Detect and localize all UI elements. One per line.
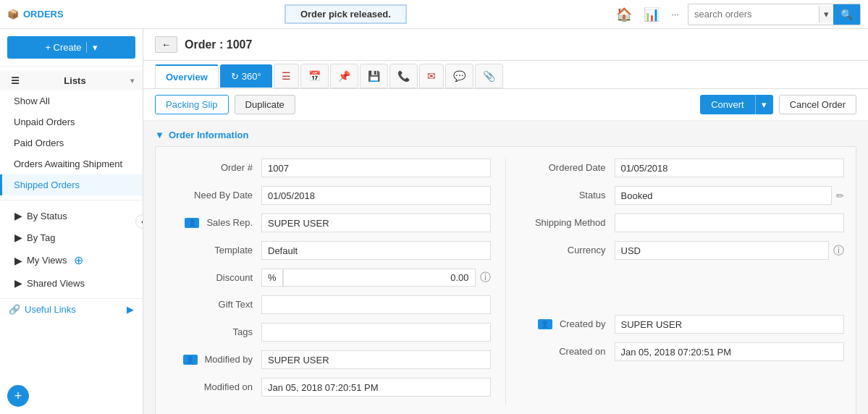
created-by-icon: 👤	[538, 319, 552, 329]
template-row: Template Default	[167, 241, 491, 260]
need-by-date-value: 01/05/2018	[261, 186, 491, 205]
modified-on-row: Modified on Jan 05, 2018 07:20:51 PM	[167, 378, 491, 397]
sidebar-item-unpaid-orders[interactable]: Unpaid Orders	[0, 111, 143, 132]
tab-grid-icon[interactable]: ☰	[274, 64, 299, 88]
status-edit-icon[interactable]: ✏	[836, 190, 844, 201]
tab-chat-icon[interactable]: 💬	[445, 64, 473, 88]
topbar-center: Order pick released.	[78, 4, 614, 24]
created-by-value: SUPER USER	[615, 315, 845, 334]
tags-input[interactable]	[261, 323, 491, 342]
discount-pct: %	[261, 269, 283, 287]
sidebar-bottom-button[interactable]: +	[7, 385, 29, 407]
created-by-label: 👤 Created by	[521, 315, 615, 329]
section-title: Order Information	[169, 130, 249, 140]
sidebar-bottom: +	[0, 378, 143, 414]
cancel-order-button[interactable]: Cancel Order	[779, 95, 856, 114]
discount-label: Discount	[167, 269, 261, 283]
packing-slip-button[interactable]: Packing Slip	[155, 95, 229, 114]
order-number-input[interactable]: 1007	[261, 159, 491, 177]
sidebar: + Create ▾ ☰ Lists ▾ Show All Unpaid Ord…	[0, 29, 143, 414]
search-button[interactable]: 🔍	[833, 4, 860, 25]
tab-mail-icon[interactable]: ✉	[419, 64, 444, 88]
tab-360[interactable]: ↻ 360°	[220, 64, 272, 88]
by-status-label: By Status	[27, 211, 67, 221]
search-container: ▾ 🔍	[688, 4, 861, 25]
discount-info-icon: ⓘ	[480, 271, 491, 284]
currency-input[interactable]: USD	[615, 241, 830, 260]
sidebar-lists-section: ☰ Lists ▾ Show All Unpaid Orders Paid Or…	[0, 66, 143, 200]
search-dropdown-button[interactable]: ▾	[819, 6, 833, 22]
chart-button[interactable]: 📊	[641, 4, 662, 25]
sidebar-lists-header[interactable]: ☰ Lists ▾	[0, 71, 143, 90]
create-button[interactable]: + Create ▾	[7, 36, 135, 59]
lists-icon: ☰	[11, 75, 20, 86]
created-by-input: SUPER USER	[615, 315, 845, 334]
useful-links-label: Useful Links	[25, 304, 76, 315]
sidebar-useful-links[interactable]: 🔗 Useful Links ▶	[0, 299, 143, 320]
convert-button[interactable]: Convert	[700, 95, 755, 114]
more-button[interactable]: ···	[668, 6, 682, 22]
status-row: Status Booked ✏	[521, 186, 845, 205]
currency-value: USD ⓘ	[615, 241, 845, 260]
discount-value: % 0.00 ⓘ	[261, 269, 491, 287]
sidebar-item-show-all[interactable]: Show All	[0, 90, 143, 111]
sidebar-item-shipped-orders[interactable]: Shipped Orders	[0, 174, 143, 195]
home-button[interactable]: 🏠	[613, 4, 635, 25]
sidebar-by-status-header[interactable]: ▶ By Status	[0, 205, 143, 227]
status-input[interactable]: Booked	[615, 186, 833, 205]
status-label: Status	[521, 186, 615, 200]
tab-overview[interactable]: Overview	[155, 64, 219, 88]
shipping-method-value	[615, 214, 845, 232]
add-view-icon[interactable]: ⊕	[74, 253, 83, 267]
tags-value	[261, 323, 491, 342]
useful-links-chevron-icon: ▶	[127, 304, 134, 315]
sales-rep-icon: 👤	[185, 218, 199, 228]
template-input[interactable]: Default	[261, 241, 491, 260]
search-input[interactable]	[688, 6, 819, 22]
ordered-date-input[interactable]: 01/05/2018	[615, 159, 845, 177]
link-icon: 🔗	[9, 304, 20, 315]
section-header[interactable]: ▼ Order Information	[155, 130, 856, 140]
sidebar-shared-views-header[interactable]: ▶ Shared Views	[0, 272, 143, 294]
tab-save-icon[interactable]: 💾	[360, 64, 388, 88]
modified-by-value: SUPER USER	[261, 350, 491, 369]
order-number-row: Order # 1007	[167, 159, 491, 177]
order-header: ← Order : 1007	[143, 29, 868, 61]
gift-text-input[interactable]	[261, 295, 491, 314]
discount-input[interactable]: 0.00	[283, 269, 476, 287]
duplicate-button[interactable]: Duplicate	[235, 95, 295, 114]
actions-right: Convert ▾ Cancel Order	[700, 95, 856, 114]
modified-on-input: Jan 05, 2018 07:20:51 PM	[261, 378, 491, 397]
sidebar-my-views-header[interactable]: ▶ My Views ⊕	[0, 248, 143, 272]
sidebar-item-paid-orders[interactable]: Paid Orders	[0, 132, 143, 153]
back-button[interactable]: ←	[155, 36, 177, 53]
shared-views-label: Shared Views	[27, 278, 85, 289]
shipping-method-input[interactable]	[615, 214, 845, 232]
tags-label: Tags	[167, 323, 261, 337]
gift-text-row: Gift Text	[167, 295, 491, 314]
currency-row: Currency USD ⓘ	[521, 241, 845, 260]
sidebar-by-tag-header[interactable]: ▶ By Tag	[0, 227, 143, 248]
actions-left: Packing Slip Duplicate	[155, 95, 295, 114]
discount-input-row: % 0.00 ⓘ	[261, 269, 491, 287]
lists-label: Lists	[64, 75, 85, 86]
tab-pin-icon[interactable]: 📌	[330, 64, 358, 88]
sales-rep-label: 👤 Sales Rep.	[167, 214, 261, 228]
tab-attach-icon[interactable]: 📎	[475, 64, 503, 88]
section-chevron-icon: ▼	[155, 130, 164, 140]
tab-phone-icon[interactable]: 📞	[389, 64, 418, 88]
gift-text-label: Gift Text	[167, 295, 261, 310]
sales-rep-input[interactable]: SUPER USER	[261, 214, 491, 232]
need-by-date-input[interactable]: 01/05/2018	[261, 186, 491, 205]
need-by-date-row: Need By Date 01/05/2018	[167, 186, 491, 205]
lists-chevron-icon: ▾	[130, 77, 134, 85]
by-tag-chevron-icon: ▶	[14, 232, 22, 243]
tab-calendar-icon[interactable]: 📅	[300, 64, 329, 88]
modified-by-icon: 👤	[183, 355, 198, 365]
ordered-date-value: 01/05/2018	[615, 159, 845, 177]
convert-caret-button[interactable]: ▾	[755, 95, 773, 114]
shipping-method-row: Shipping Method	[521, 214, 845, 232]
sidebar-item-orders-awaiting-shipment[interactable]: Orders Awaiting Shipment	[0, 153, 143, 174]
modified-on-value: Jan 05, 2018 07:20:51 PM	[261, 378, 491, 397]
info-col-right: Ordered Date 01/05/2018 Status Booked ✏	[506, 159, 845, 405]
